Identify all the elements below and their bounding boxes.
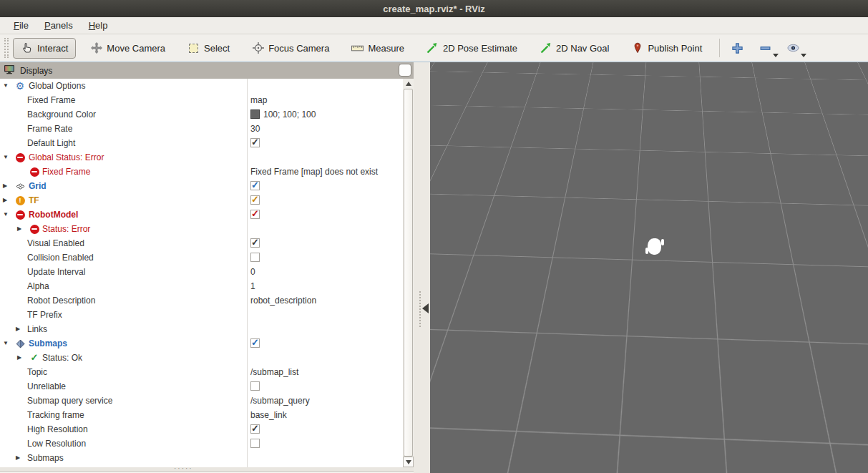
- display-row[interactable]: Frame Rate30: [0, 122, 403, 136]
- tool-move-camera-button[interactable]: Move Camera: [82, 38, 173, 59]
- row-label: Grid: [29, 179, 47, 193]
- display-row[interactable]: Low Resolution: [0, 437, 403, 451]
- error-icon: [15, 152, 25, 162]
- row-value[interactable]: robot_description: [250, 293, 316, 308]
- display-row[interactable]: High Resolution✓: [0, 422, 403, 437]
- displays-panel-header[interactable]: Displays: [0, 62, 414, 79]
- display-row[interactable]: Fixed FrameFixed Frame [map] does not ex…: [0, 165, 403, 179]
- display-row[interactable]: Background Color100; 100; 100: [0, 107, 403, 122]
- row-label: Global Status: Error: [29, 150, 104, 165]
- display-row[interactable]: ▶Links: [0, 322, 403, 336]
- vertical-scrollbar[interactable]: [403, 79, 414, 467]
- display-row[interactable]: ▶Status: Error: [0, 222, 403, 236]
- row-checkbox[interactable]: ✓: [250, 238, 260, 248]
- tool-focus-camera-button[interactable]: Focus Camera: [244, 38, 337, 59]
- color-value-text: 100; 100; 100: [263, 109, 316, 120]
- row-label: Fixed Frame: [42, 165, 90, 179]
- row-value[interactable]: 0: [250, 265, 255, 279]
- display-row[interactable]: Default Light✓: [0, 136, 403, 150]
- row-checkbox[interactable]: [250, 253, 260, 262]
- row-value[interactable]: 30: [250, 122, 260, 136]
- collapse-arrow-icon[interactable]: ▼: [3, 79, 9, 93]
- panel-splitter[interactable]: [414, 62, 430, 473]
- tool-2d-pose-estimate-button[interactable]: 2D Pose Estimate: [419, 38, 525, 59]
- tool-select-button[interactable]: Select: [180, 38, 238, 59]
- display-row[interactable]: ▶Grid✓: [0, 179, 403, 193]
- tool-publish-point-button[interactable]: Publish Point: [623, 38, 710, 59]
- row-value[interactable]: 1: [250, 279, 255, 293]
- row-checkbox[interactable]: ✓: [250, 138, 260, 147]
- menu-panels[interactable]: Panels: [36, 17, 81, 34]
- checkmark-icon: ✓: [251, 421, 259, 436]
- submaps-icon: [15, 338, 25, 348]
- display-row[interactable]: Tracking framebase_link: [0, 408, 403, 422]
- display-row[interactable]: Robot Descriptionrobot_description: [0, 293, 403, 308]
- scrollbar-thumb[interactable]: [404, 89, 413, 457]
- tool-interact-button[interactable]: Interact: [13, 38, 76, 59]
- row-value[interactable]: /submap_query: [250, 394, 310, 408]
- row-value[interactable]: base_link: [250, 408, 287, 422]
- row-checkbox[interactable]: ✓: [250, 210, 260, 219]
- expand-arrow-icon[interactable]: ▶: [16, 322, 20, 336]
- expand-arrow-icon[interactable]: ▶: [17, 351, 21, 365]
- collapse-left-icon[interactable]: [422, 303, 429, 313]
- tool-label: Measure: [368, 43, 404, 54]
- tool-measure-button[interactable]: Measure: [343, 38, 412, 59]
- window-title: create_map.rviz* - RViz: [383, 4, 485, 14]
- display-row[interactable]: Collision Enabled: [0, 250, 403, 265]
- row-value[interactable]: Fixed Frame [map] does not exist: [250, 165, 378, 179]
- row-checkbox[interactable]: ✓: [250, 338, 260, 348]
- expand-arrow-icon[interactable]: ▶: [17, 222, 21, 236]
- expand-arrow-icon[interactable]: ▶: [16, 451, 20, 465]
- display-row[interactable]: Unreliable: [0, 379, 403, 394]
- row-value[interactable]: 100; 100; 100: [250, 107, 316, 122]
- display-row[interactable]: ▼Global Status: Error: [0, 150, 403, 165]
- row-checkbox[interactable]: ✓: [250, 424, 260, 434]
- tool-2d-nav-goal-button[interactable]: 2D Nav Goal: [532, 38, 617, 59]
- color-swatch[interactable]: [250, 109, 260, 119]
- display-row[interactable]: Topic/submap_list: [0, 365, 403, 379]
- display-row[interactable]: ▼RobotModel✓: [0, 208, 403, 222]
- display-row[interactable]: Fixed Framemap: [0, 93, 403, 107]
- zoom-in-plus-icon: [731, 42, 743, 54]
- panel-float-button[interactable]: [399, 64, 411, 77]
- scroll-up-icon[interactable]: [403, 79, 414, 89]
- row-label: Submap query service: [27, 394, 112, 408]
- 3d-viewport[interactable]: [430, 62, 868, 473]
- row-checkbox[interactable]: [250, 381, 260, 391]
- display-row[interactable]: Visual Enabled✓: [0, 236, 403, 250]
- tool-label: 2D Nav Goal: [556, 43, 609, 54]
- display-row[interactable]: ▶✓Status: Ok: [0, 351, 403, 365]
- row-value[interactable]: map: [250, 93, 267, 107]
- checkmark-icon: ✓: [251, 135, 259, 150]
- zoom-out-button[interactable]: [756, 39, 774, 57]
- titlebar[interactable]: create_map.rviz* - RViz: [0, 0, 868, 17]
- zoom-in-button[interactable]: [728, 39, 746, 57]
- row-value[interactable]: /submap_list: [250, 365, 298, 379]
- display-row[interactable]: ▼⚙Global Options: [0, 79, 403, 93]
- menu-help[interactable]: Help: [81, 17, 116, 34]
- collapse-arrow-icon[interactable]: ▼: [3, 208, 9, 222]
- display-row[interactable]: ▼Submaps✓: [0, 336, 403, 351]
- display-row[interactable]: Alpha1: [0, 279, 403, 293]
- main-area: Displays ▼⚙Global OptionsFixed FramemapB…: [0, 62, 868, 473]
- display-row[interactable]: Update Interval0: [0, 265, 403, 279]
- hand-icon: [21, 42, 33, 54]
- display-row[interactable]: TF Prefix: [0, 308, 403, 322]
- row-checkbox[interactable]: ✓: [250, 181, 260, 190]
- expand-arrow-icon[interactable]: ▶: [3, 193, 7, 208]
- camera-view-button[interactable]: [784, 39, 802, 57]
- display-row[interactable]: Submap query service/submap_query: [0, 394, 403, 408]
- collapse-arrow-icon[interactable]: ▼: [3, 336, 9, 351]
- collapse-arrow-icon[interactable]: ▼: [3, 150, 9, 165]
- row-checkbox[interactable]: [250, 439, 260, 448]
- expand-arrow-icon[interactable]: ▶: [3, 179, 7, 193]
- toolbar-grip[interactable]: [4, 38, 9, 58]
- display-row[interactable]: ▶!TF✓: [0, 193, 403, 208]
- scroll-down-icon[interactable]: [403, 457, 414, 467]
- row-label: Global Options: [29, 79, 85, 93]
- display-row[interactable]: ▶Submaps: [0, 451, 403, 465]
- row-label: Status: Ok: [42, 351, 82, 365]
- row-checkbox[interactable]: ✓: [250, 195, 260, 205]
- menu-file[interactable]: File: [6, 17, 36, 34]
